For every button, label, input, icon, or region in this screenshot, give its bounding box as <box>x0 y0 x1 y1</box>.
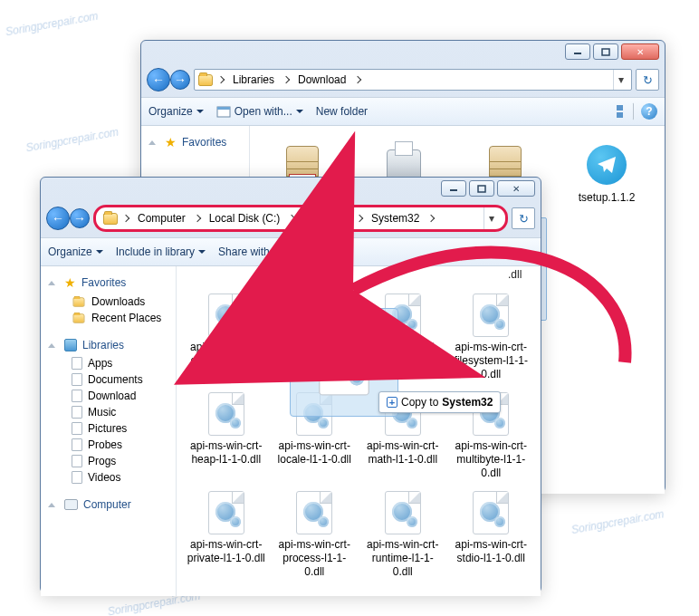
library-item-icon <box>72 357 82 370</box>
file-item[interactable]: api-ms-win-crt-conio-l1-1-0.dll <box>184 288 269 381</box>
dll-file-icon <box>208 392 244 436</box>
breadcrumb-item[interactable]: Computer <box>134 212 189 225</box>
file-item[interactable]: api-ms-win-crt-stdio-l1-1-0.dll <box>449 486 534 579</box>
dll-file-icon <box>296 491 332 534</box>
telegram-icon <box>584 142 629 188</box>
minimize-button[interactable] <box>565 43 590 60</box>
breadcrumb-item[interactable]: Libraries <box>229 73 278 86</box>
sidebar-computer-header[interactable]: Computer <box>44 495 172 515</box>
address-bar[interactable]: Libraries Download ▾ <box>194 69 632 91</box>
close-button[interactable]: ✕ <box>621 43 659 60</box>
sidebar-item[interactable]: Pictures <box>44 420 172 437</box>
sidebar-item[interactable]: Progs <box>44 453 172 469</box>
sidebar-item[interactable]: Music <box>44 404 172 420</box>
maximize-button[interactable] <box>469 180 494 197</box>
file-label: api-ms-win-crt-private-l1-1-0.dll <box>186 538 267 565</box>
maximize-button[interactable] <box>593 43 618 60</box>
sidebar-item-label: Apps <box>88 357 112 370</box>
nav-back-button[interactable]: ← <box>46 207 70 230</box>
minimize-button[interactable] <box>441 180 466 197</box>
help-button[interactable]: ? <box>641 103 657 120</box>
file-label: api-ms-win-crt-process-l1-1-0.dll <box>273 538 355 579</box>
library-item-icon <box>72 390 82 402</box>
crumb-sep-icon <box>122 215 129 222</box>
crumb-sep-icon <box>354 76 361 83</box>
organize-button[interactable]: Organize <box>48 245 103 258</box>
titlebar[interactable]: ✕ <box>41 178 541 203</box>
view-options-button[interactable] <box>616 102 634 120</box>
sidebar-item-label: Videos <box>88 471 120 484</box>
svg-rect-6 <box>617 105 623 111</box>
library-item-icon <box>72 422 82 435</box>
folder-icon <box>103 213 118 225</box>
file-item[interactable]: api-ms-win-crt-runtime-l1-1-0.dll <box>360 486 445 579</box>
sidebar-item[interactable]: Apps <box>44 355 172 371</box>
sidebar-item-label: Probes <box>88 438 122 451</box>
file-label: api-ms-win-crt-locale-l1-1-0.dll <box>273 439 355 467</box>
folder-icon <box>198 74 213 86</box>
file-label: api-ms-win-crt-math-l1-1-0.dll <box>362 439 444 467</box>
file-item[interactable]: api-ms-win-crt-process-l1-1-0.dll <box>273 486 358 579</box>
nav-back-button[interactable]: ← <box>147 68 170 91</box>
sidebar-favorites-header[interactable]: ★Favorites <box>44 272 172 294</box>
library-item-icon <box>72 406 82 419</box>
partial-filename: l1-1-1.dll <box>267 268 309 281</box>
dll-file-icon <box>473 491 509 534</box>
breadcrumb-item[interactable]: Local Disk (C:) <box>206 212 284 225</box>
refresh-button[interactable]: ↻ <box>636 69 659 91</box>
organize-button[interactable]: Organize <box>148 105 204 118</box>
file-label: api-ms-win-crt-runtime-l1-1-0.dll <box>362 538 444 579</box>
annotation-arrow <box>326 217 652 383</box>
titlebar[interactable]: ✕ <box>141 41 665 66</box>
sidebar-item-label: Documents <box>88 373 143 386</box>
folder-icon <box>73 297 85 306</box>
file-item[interactable]: tsetup.1.1.2 <box>565 142 648 205</box>
svg-rect-3 <box>602 49 609 55</box>
sidebar-item[interactable]: Documents <box>44 371 172 388</box>
sidebar-item[interactable]: Recent Places <box>44 310 172 326</box>
svg-rect-5 <box>217 107 230 110</box>
library-item-icon <box>72 455 82 467</box>
breadcrumb-item[interactable]: Download <box>294 73 350 86</box>
libraries-icon <box>64 339 77 351</box>
file-label: api-ms-win-crt-conio-l1-1-0.dll <box>186 341 267 368</box>
file-label: tsetup.1.1.2 <box>579 191 636 205</box>
file-item[interactable]: api-ms-win-crt-heap-l1-1-0.dll <box>184 387 269 480</box>
address-drop-icon[interactable]: ▾ <box>613 70 627 90</box>
sidebar-favorites-header[interactable]: ★Favorites <box>145 131 245 153</box>
computer-icon <box>64 499 78 510</box>
close-button[interactable]: ✕ <box>497 180 535 197</box>
file-label: api-ms-win-crt-heap-l1-1-0.dll <box>186 439 267 467</box>
include-in-library-button[interactable]: Include in library <box>116 245 206 258</box>
sidebar-item[interactable]: Probes <box>44 437 172 453</box>
copy-tooltip: + Copy to System32 <box>378 391 501 413</box>
sidebar-libraries-header[interactable]: Libraries <box>44 335 172 355</box>
sidebar-item[interactable]: Download <box>44 388 172 404</box>
new-folder-button[interactable]: New folder <box>316 105 368 118</box>
favorites-star-icon: ★ <box>165 135 177 149</box>
sidebar-item[interactable]: Downloads <box>44 294 172 310</box>
copy-tooltip-prefix: Copy to <box>401 396 438 409</box>
sidebar-item-label: Download <box>88 390 136 402</box>
sidebar-item-label: Recent Places <box>91 312 161 324</box>
favorites-star-icon: ★ <box>64 275 76 290</box>
sidebar-item[interactable]: Videos <box>44 469 172 486</box>
file-item[interactable]: api-ms-win-crt-private-l1-1-0.dll <box>184 486 269 579</box>
svg-rect-8 <box>617 112 623 118</box>
open-with-button[interactable]: Open with... <box>216 105 303 118</box>
library-item-icon <box>72 471 82 484</box>
open-with-icon <box>216 105 231 118</box>
svg-rect-11 <box>478 186 485 192</box>
library-item-icon <box>72 438 82 451</box>
sidebar-item-label: Progs <box>88 455 116 467</box>
share-with-button[interactable]: Share with <box>218 245 281 258</box>
dll-file-icon <box>208 294 244 337</box>
toolbar: Organize Open with... New folder ? <box>141 97 665 126</box>
nav-forward-button[interactable]: → <box>70 208 90 228</box>
file-label: api-ms-win-crt-stdio-l1-1-0.dll <box>450 538 531 565</box>
copy-tooltip-dest: System32 <box>442 396 493 409</box>
crumb-sep-icon <box>288 215 295 222</box>
crumb-sep-icon <box>282 76 290 83</box>
plus-icon: + <box>387 397 397 408</box>
nav-forward-button[interactable]: → <box>170 70 190 90</box>
